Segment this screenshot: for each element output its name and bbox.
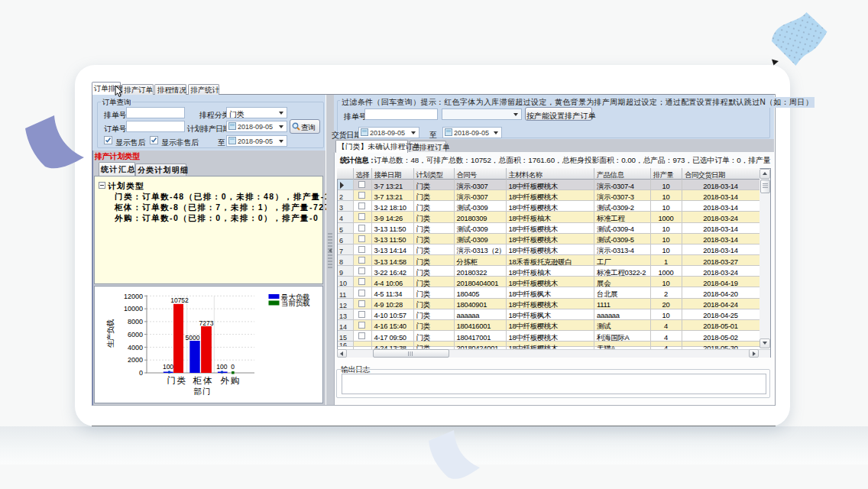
svg-text:门类: 门类 — [167, 376, 187, 385]
svg-text:2000: 2000 — [128, 356, 143, 364]
svg-text:外购: 外购 — [220, 376, 241, 385]
svg-text:6000: 6000 — [128, 331, 143, 338]
svg-text:部门: 部门 — [194, 387, 212, 396]
svg-text:12000: 12000 — [124, 293, 143, 300]
svg-text:10000: 10000 — [124, 305, 143, 313]
svg-text:当前负载: 当前负载 — [281, 299, 310, 307]
svg-text:7273: 7273 — [199, 319, 214, 327]
svg-text:0: 0 — [231, 363, 235, 371]
svg-text:4000: 4000 — [128, 344, 143, 351]
svg-text:8000: 8000 — [128, 318, 143, 325]
svg-text:100: 100 — [163, 363, 173, 371]
svg-text:生产负载: 生产负载 — [106, 319, 115, 348]
svg-text:10752: 10752 — [170, 296, 189, 304]
svg-text:5000: 5000 — [186, 334, 200, 342]
svg-text:柜体: 柜体 — [193, 376, 213, 385]
svg-text:100: 100 — [216, 363, 227, 371]
svg-text:0: 0 — [139, 369, 143, 377]
